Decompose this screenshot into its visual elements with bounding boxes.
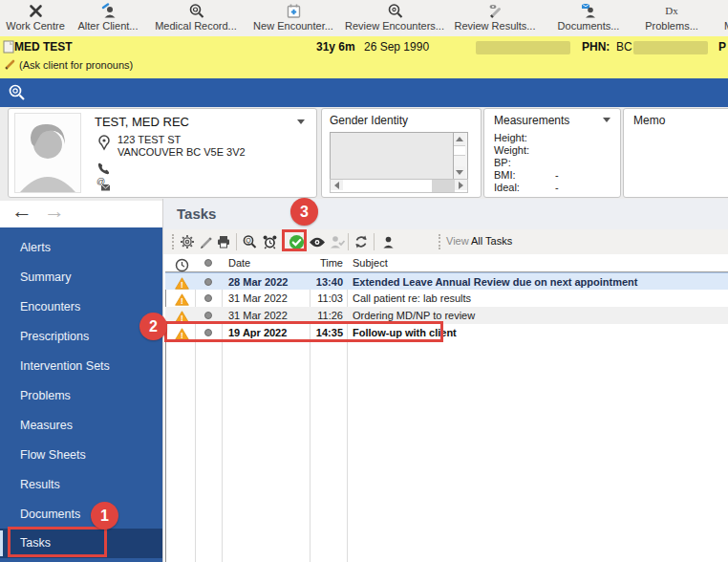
patient-info-panels: TEST, MED REC 123 TEST ST VANCOUVER BC V… [0, 107, 728, 201]
svg-text:Q: Q [246, 237, 251, 245]
toolbar-grip[interactable] [439, 234, 443, 249]
main-toolbar: Work Centre Alter Client... Medical Reco… [0, 0, 728, 37]
scrollbar-track[interactable] [343, 180, 432, 192]
review-results-button[interactable]: Review Results... [449, 0, 541, 36]
banner-right-text: P [718, 40, 726, 54]
bp-label: BP: [494, 157, 511, 168]
medications-button[interactable]: m Medi [707, 0, 728, 36]
warning-icon: ! [169, 290, 194, 307]
annotation-box-step1 [8, 527, 107, 557]
scrollbar-thumb[interactable] [454, 145, 465, 156]
measurements-title: Measurements [494, 114, 569, 127]
patient-card: TEST, MED REC 123 TEST ST VANCOUVER BC V… [8, 108, 317, 198]
clock-column-icon[interactable] [169, 255, 194, 272]
gender-vertical-scrollbar[interactable] [453, 132, 468, 180]
sidebar-label: Problems [20, 389, 71, 402]
tasks-page-title: Tasks [177, 205, 216, 222]
annotation-box-step3 [282, 229, 307, 251]
patient-avatar [14, 113, 81, 193]
scroll-right-icon[interactable] [455, 180, 467, 190]
sidebar-item-prescriptions[interactable]: Prescriptions [0, 322, 162, 351]
documents-label: Documents... [558, 20, 620, 32]
alter-client-label: Alter Client... [78, 20, 139, 32]
pronoun-pencil-icon[interactable] [4, 58, 16, 71]
svg-text:Dx: Dx [665, 5, 678, 16]
ideal-label: Ideal: [494, 182, 520, 193]
eye-icon[interactable] [309, 233, 326, 250]
medical-record-button[interactable]: Medical Record... [145, 0, 246, 36]
sidebar-label: Documents [20, 508, 80, 521]
gear-icon[interactable] [179, 233, 196, 250]
scroll-up-icon[interactable] [454, 133, 465, 145]
scroll-left-icon[interactable] [331, 180, 343, 190]
printer-icon[interactable] [215, 233, 232, 250]
task-time: 13:40 [278, 273, 343, 291]
assign-user-icon[interactable] [328, 233, 345, 250]
patient-address-line2: VANCOUVER BC V5E 3V2 [118, 146, 246, 158]
sidebar-item-problems[interactable]: Problems [0, 381, 162, 410]
user-icon[interactable] [379, 233, 396, 250]
nav-forward-icon[interactable]: → [44, 199, 65, 224]
nav-back-icon[interactable]: ← [11, 199, 32, 224]
address-pin-icon [96, 134, 112, 151]
sidebar-label: Prescriptions [20, 330, 89, 343]
alter-client-button[interactable]: Alter Client... [71, 0, 145, 36]
gender-identity-textarea[interactable] [330, 132, 454, 180]
patient-header-bar [0, 78, 728, 107]
sidebar-item-intervention-sets[interactable]: Intervention Sets [0, 352, 162, 380]
scroll-down-icon[interactable] [454, 166, 465, 179]
documents-button[interactable]: Documents... [541, 0, 636, 36]
status-column-icon[interactable] [196, 254, 221, 271]
patient-address-line1: 123 TEST ST [118, 134, 181, 145]
sidebar-item-encounters[interactable]: Encounters [0, 292, 162, 321]
sidebar-item-alerts[interactable]: Alerts [0, 233, 162, 262]
gender-identity-title: Gender Identity [330, 114, 408, 127]
annotation-step-2: 2 [139, 313, 167, 340]
sidebar-item-measures[interactable]: Measures [0, 411, 162, 440]
task-subject: Extended Leave Annual Review due on next… [353, 273, 637, 291]
table-row[interactable]: ! 28 Mar 2022 13:40 Extended Leave Annua… [165, 272, 728, 290]
table-row[interactable]: ! 31 Mar 2022 11:03 Call patient re: lab… [165, 290, 728, 307]
patient-card-dropdown-icon[interactable] [297, 119, 305, 124]
review-results-label: Review Results... [455, 20, 536, 32]
work-centre-label: Work Centre [6, 20, 65, 32]
patient-search-icon[interactable] [8, 83, 26, 101]
svg-text:!: ! [181, 279, 183, 289]
review-encounters-button[interactable]: Review Encounters... [340, 0, 449, 36]
alarm-icon[interactable] [261, 233, 278, 250]
sidebar-label: Results [20, 478, 60, 491]
sidebar-item-documents[interactable]: Documents [0, 500, 162, 529]
view-dropdown[interactable]: All Tasks [471, 235, 662, 247]
column-header-date[interactable]: Date [228, 254, 250, 271]
pencil-icon[interactable] [197, 233, 214, 250]
search-icon[interactable]: Q [241, 233, 258, 250]
sidebar-item-summary[interactable]: Summary [0, 263, 162, 292]
scrollbar-thumb[interactable] [432, 180, 455, 192]
problems-label: Problems... [645, 20, 698, 32]
sidebar-label: Encounters [20, 300, 80, 313]
column-header-time[interactable]: Time [278, 254, 343, 271]
status-dot-icon [196, 290, 221, 307]
gender-horizontal-scrollbar[interactable] [330, 179, 468, 193]
bmi-label: BMI: [494, 169, 516, 181]
column-header-subject[interactable]: Subject [353, 254, 388, 271]
sidebar-label: Summary [20, 270, 71, 284]
gender-identity-card: Gender Identity [321, 108, 482, 198]
banner-patient-age: 31y 6m [316, 40, 355, 54]
alter-client-icon [100, 3, 117, 19]
new-encounter-button[interactable]: New Encounter... [246, 0, 340, 36]
sidebar-item-results[interactable]: Results [0, 470, 162, 499]
redacted-block [476, 41, 570, 54]
refresh-icon[interactable] [353, 233, 370, 250]
annotation-step-1: 1 [91, 502, 118, 530]
medications-label: Medi [724, 20, 728, 32]
sidebar-item-flow-sheets[interactable]: Flow Sheets [0, 441, 162, 469]
email-icon: @ [95, 176, 112, 193]
measurements-dropdown-icon[interactable] [603, 118, 610, 122]
work-centre-button[interactable]: Work Centre [0, 0, 71, 36]
memo-title: Memo [633, 114, 665, 127]
toolbar-grip[interactable] [172, 234, 177, 249]
emr-application-window: Work Centre Alter Client... Medical Reco… [0, 0, 728, 562]
medical-record-icon [188, 3, 204, 19]
problems-button[interactable]: Dx Problems... [636, 0, 707, 36]
